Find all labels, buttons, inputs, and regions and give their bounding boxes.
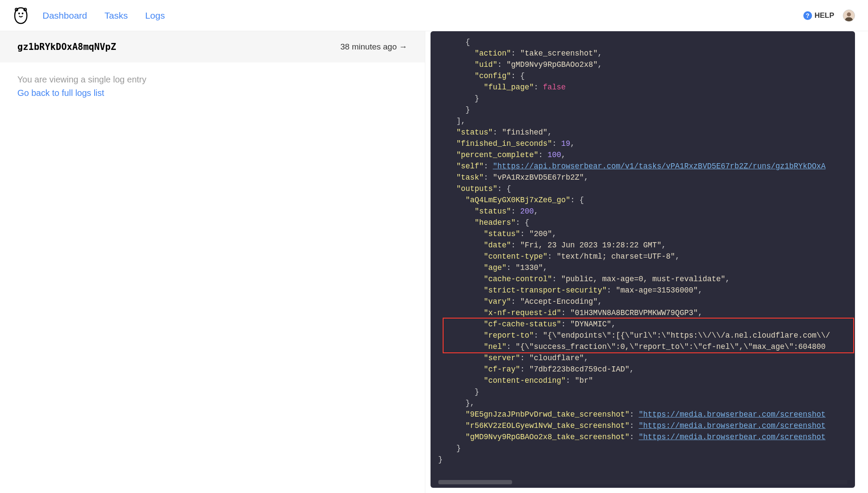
left-panel: gz1bRYkDOxA8mqNVpZ 38 minutes ago → You … <box>0 31 425 493</box>
svg-point-0 <box>18 13 20 14</box>
right-panel: { "action": "take_screenshot", "uid": "g… <box>425 31 868 493</box>
nav-logs[interactable]: Logs <box>145 10 165 21</box>
logo-icon[interactable] <box>13 7 29 24</box>
single-entry-hint: You are viewing a single log entry <box>17 75 408 85</box>
help-button[interactable]: ? HELP <box>803 11 834 20</box>
app-header: Dashboard Tasks Logs ? HELP <box>0 0 868 31</box>
header-right: ? HELP <box>803 10 855 22</box>
svg-point-1 <box>22 13 23 14</box>
entry-body: You are viewing a single log entry Go ba… <box>0 62 425 110</box>
user-avatar[interactable] <box>843 10 855 22</box>
entry-timestamp[interactable]: 38 minutes ago → <box>340 42 407 52</box>
nav-tasks[interactable]: Tasks <box>105 10 128 21</box>
entry-header: gz1bRYkDOxA8mqNVpZ 38 minutes ago → <box>0 31 425 62</box>
json-content: { "action": "take_screenshot", "uid": "g… <box>438 36 848 465</box>
back-to-logs-link[interactable]: Go back to full logs list <box>17 88 104 98</box>
content-area: gz1bRYkDOxA8mqNVpZ 38 minutes ago → You … <box>0 31 868 493</box>
help-icon: ? <box>803 11 812 20</box>
nav-dashboard[interactable]: Dashboard <box>43 10 87 21</box>
main-nav: Dashboard Tasks Logs <box>43 10 165 21</box>
svg-point-4 <box>847 12 851 16</box>
scrollbar-thumb[interactable] <box>438 480 512 484</box>
horizontal-scrollbar[interactable] <box>438 480 848 484</box>
header-left: Dashboard Tasks Logs <box>13 7 165 24</box>
entry-id: gz1bRYkDOxA8mqNVpZ <box>17 42 116 52</box>
json-viewer[interactable]: { "action": "take_screenshot", "uid": "g… <box>431 31 855 488</box>
help-label: HELP <box>815 11 834 20</box>
